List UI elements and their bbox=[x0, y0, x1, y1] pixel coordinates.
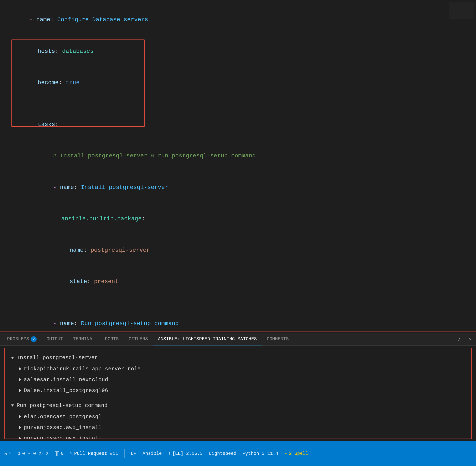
notification-icon: 𝍯 bbox=[54, 450, 59, 457]
tab-output[interactable]: OUTPUT bbox=[42, 333, 68, 345]
status-notifications[interactable]: 𝍯 0 bbox=[54, 450, 63, 457]
tab-comments[interactable]: COMMENTS bbox=[262, 333, 294, 345]
code-line-5: # Install postgresql-server & run postgr… bbox=[25, 140, 468, 172]
code-line-6: - name: Install postgresql-server bbox=[25, 172, 468, 203]
tree-child-2-1[interactable]: elan.opencast_postgresql bbox=[19, 411, 465, 422]
pr-icon: ⑂ bbox=[70, 451, 73, 456]
tab-ansible-label: ANSIBLE: LIGHTSPEED TRAINING MATCHES bbox=[158, 337, 257, 342]
panel-close-button[interactable]: ✕ bbox=[466, 336, 474, 343]
status-language[interactable]: Ansible bbox=[143, 451, 162, 456]
tree-child-2-3-text: gurvanjossec.awx_install bbox=[24, 433, 101, 439]
arrow-icon-1-3 bbox=[19, 389, 21, 392]
status-bar: ↻ ⑂ ⊗ 0 △ 0 ① 2 𝍯 0 ⑂ Pull Request #11 L… bbox=[0, 441, 476, 466]
tab-gitlens-label: GITLENS bbox=[129, 337, 148, 342]
tree-group-1: Install postgresql-server rickapichairuk… bbox=[11, 352, 465, 396]
tab-ports-label: PORTS bbox=[105, 337, 119, 342]
tab-output-label: OUTPUT bbox=[47, 337, 63, 342]
arrow-icon-2-2 bbox=[19, 426, 21, 429]
tree-group-1-label[interactable]: Install postgresql-server bbox=[11, 352, 465, 363]
tree-child-1-3[interactable]: Dalee.install_postgresql96 bbox=[19, 385, 465, 396]
line-ending-text: LF bbox=[131, 451, 136, 456]
notification-count: 0 bbox=[61, 451, 63, 456]
status-lightspeed[interactable]: Lightspeed bbox=[209, 451, 236, 456]
tree-group-2-text: Run postgresql-setup command bbox=[17, 400, 108, 411]
panel-tabs: PROBLEMS 2 OUTPUT TERMINAL PORTS GITLENS… bbox=[0, 333, 476, 346]
tab-ansible-lightspeed[interactable]: ANSIBLE: LIGHTSPEED TRAINING MATCHES bbox=[153, 333, 262, 345]
tree-child-1-3-text: Dalee.install_postgresql96 bbox=[24, 385, 108, 396]
tree-group-2: Run postgresql-setup command elan.openca… bbox=[11, 400, 465, 439]
tab-gitlens[interactable]: GITLENS bbox=[123, 333, 153, 345]
errors-icon: ⊗ bbox=[18, 451, 20, 456]
status-pr[interactable]: ⑂ Pull Request #11 bbox=[70, 451, 118, 456]
tab-terminal-label: TERMINAL bbox=[73, 337, 95, 342]
tree-child-1-1[interactable]: rickapichairuk.rails-app-server-role bbox=[19, 363, 465, 374]
status-ee[interactable]: ↑ [EE] 2.15.3 bbox=[168, 451, 203, 456]
tree-group-2-children: elan.opencast_postgresql gurvanjossec.aw… bbox=[19, 411, 465, 439]
status-errors[interactable]: ⊗ 0 △ 0 ① 2 bbox=[18, 451, 48, 456]
status-sync[interactable]: ↻ ⑂ bbox=[4, 451, 12, 457]
tree-group-1-text: Install postgresql-server bbox=[17, 352, 98, 363]
panel-controls: ∧ ✕ bbox=[456, 336, 474, 343]
expand-icon-1 bbox=[11, 357, 14, 359]
arrow-icon-2-1 bbox=[19, 415, 21, 419]
arrow-icon-2-3 bbox=[19, 437, 21, 439]
tab-terminal[interactable]: TERMINAL bbox=[68, 333, 100, 345]
panel-collapse-button[interactable]: ∧ bbox=[456, 336, 463, 343]
code-line-9: state: present bbox=[42, 266, 468, 297]
tab-comments-label: COMMENTS bbox=[267, 337, 289, 342]
panel-content: Install postgresql-server rickapichairuk… bbox=[4, 348, 472, 439]
ee-arrow-icon: ↑ bbox=[168, 451, 171, 456]
code-line-2: hosts: databases bbox=[17, 35, 468, 67]
tree-child-2-1-text: elan.opencast_postgresql bbox=[24, 411, 101, 422]
spell-text: 2 Spell bbox=[289, 451, 308, 456]
tab-problems[interactable]: PROBLEMS 2 bbox=[2, 333, 42, 345]
tab-ports[interactable]: PORTS bbox=[100, 333, 123, 345]
pr-text: Pull Request #11 bbox=[74, 451, 118, 456]
spell-icon: △ bbox=[285, 451, 287, 456]
tab-problems-label: PROBLEMS bbox=[7, 337, 29, 342]
errors-text: 0 △ 0 ① 2 bbox=[22, 451, 49, 456]
code-line-8: name: postgresql-server bbox=[42, 235, 468, 266]
code-line-4: tasks: bbox=[17, 109, 468, 140]
problems-badge: 2 bbox=[31, 336, 37, 342]
tree-group-2-label[interactable]: Run postgresql-setup command bbox=[11, 400, 465, 411]
expand-icon-2 bbox=[11, 405, 14, 407]
lightspeed-text: Lightspeed bbox=[209, 451, 236, 456]
minimap bbox=[449, 2, 474, 19]
status-sep-1 bbox=[124, 449, 125, 458]
tree-child-2-2-text: gurvanjossec.awx_install bbox=[24, 422, 101, 433]
status-line-ending[interactable]: LF bbox=[131, 451, 136, 456]
code-line-7: ansible.builtin.package: bbox=[33, 203, 468, 234]
tree-child-1-1-text: rickapichairuk.rails-app-server-role bbox=[24, 363, 141, 374]
arrow-icon-1-2 bbox=[19, 378, 21, 381]
panel-container: PROBLEMS 2 OUTPUT TERMINAL PORTS GITLENS… bbox=[0, 333, 476, 441]
status-spell[interactable]: △ 2 Spell bbox=[285, 451, 308, 456]
tree-child-1-2[interactable]: aalaesar.install_nextcloud bbox=[19, 374, 465, 385]
arrow-icon-1-1 bbox=[19, 367, 21, 371]
ee-text: [EE] 2.15.3 bbox=[172, 451, 203, 456]
python-text: Python 3.11.4 bbox=[243, 451, 278, 456]
tree-group-1-children: rickapichairuk.rails-app-server-role aal… bbox=[19, 363, 465, 396]
branch-icon: ⑂ bbox=[9, 451, 12, 456]
code-line-blank2 bbox=[8, 297, 468, 308]
status-python[interactable]: Python 3.11.4 bbox=[243, 451, 278, 456]
tree-child-2-2[interactable]: gurvanjossec.awx_install bbox=[19, 422, 465, 433]
tree-child-2-3[interactable]: gurvanjossec.awx_install bbox=[19, 433, 465, 439]
code-line-blank1 bbox=[8, 99, 468, 109]
language-text: Ansible bbox=[143, 451, 162, 456]
code-line-1: - name: Configure Database servers bbox=[8, 4, 468, 35]
code-line-3: become: true bbox=[17, 67, 468, 98]
sync-icon: ↻ bbox=[4, 451, 7, 457]
tree-child-1-2-text: aalaesar.install_nextcloud bbox=[24, 374, 108, 385]
spacer bbox=[11, 396, 465, 400]
